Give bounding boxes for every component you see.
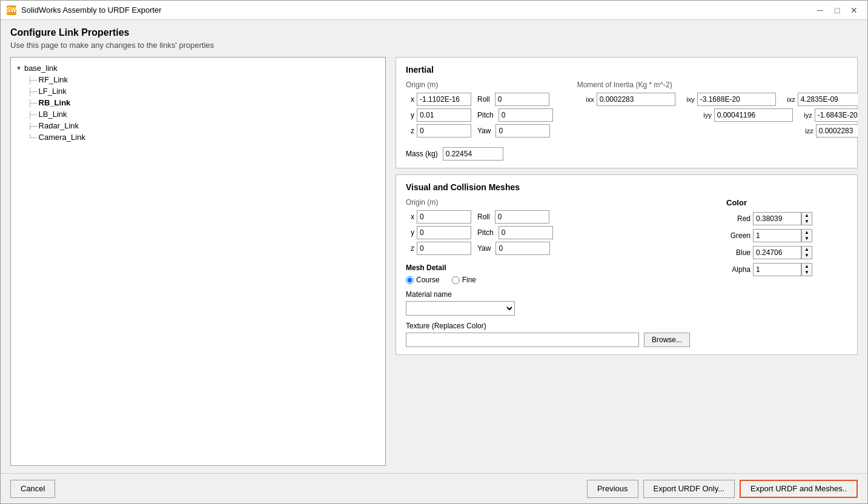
mesh-detail-section: Mesh Detail Course Fine [406, 264, 690, 284]
alpha-spinner-buttons: ▲ ▼ [801, 263, 812, 276]
vpitch-label: Pitch [477, 228, 494, 237]
green-row: Green ▲ ▼ [726, 229, 847, 242]
radio-fine-label[interactable]: Fine [462, 276, 476, 284]
roll-input[interactable] [495, 93, 549, 106]
ixx-input[interactable] [597, 93, 675, 106]
ixz-input[interactable] [798, 93, 858, 106]
connector-icon: ├─ [28, 122, 38, 130]
vz-label: z [406, 244, 414, 253]
maximize-button[interactable]: □ [830, 4, 844, 16]
visual-z-row: z Yaw [406, 242, 690, 255]
previous-button[interactable]: Previous [587, 480, 638, 498]
origin-z-input[interactable] [417, 124, 471, 138]
origin-x-input[interactable] [417, 93, 471, 106]
radio-course-input[interactable] [406, 276, 414, 284]
tree-item-lf[interactable]: ├─ LF_Link [16, 85, 380, 97]
tree-item-rb[interactable]: ├─ RB_Link [16, 97, 380, 108]
tree-item-camera[interactable]: └─ Camera_Link [16, 131, 380, 143]
visual-y-input[interactable] [417, 226, 471, 239]
ixz-label: ixz [778, 96, 795, 103]
blue-up-button[interactable]: ▲ [802, 247, 812, 253]
radio-fine[interactable]: Fine [452, 276, 476, 284]
connector-icon: ├─ [28, 111, 38, 118]
mass-input[interactable] [443, 147, 503, 161]
vy-label: y [406, 228, 414, 237]
alpha-down-button[interactable]: ▼ [802, 270, 812, 276]
visual-z-input[interactable] [417, 242, 471, 255]
ixy-input[interactable] [697, 93, 776, 106]
mesh-detail-label: Mesh Detail [406, 264, 690, 272]
visual-x-row: x Roll [406, 210, 690, 224]
alpha-input[interactable] [753, 263, 801, 276]
radio-course-label[interactable]: Course [416, 276, 440, 284]
blue-down-button[interactable]: ▼ [802, 253, 812, 259]
tree-item-label: base_link [24, 64, 58, 73]
title-bar: SW SolidWorks Assembly to URDF Exporter … [1, 1, 867, 20]
origin-y-row: y Pitch [406, 108, 553, 122]
page-title: Configure Link Properties [10, 27, 858, 38]
alpha-up-button[interactable]: ▲ [802, 264, 812, 270]
izz-input[interactable] [816, 124, 858, 138]
visual-x-input[interactable] [417, 210, 471, 224]
red-row: Red ▲ ▼ [726, 212, 847, 225]
mass-label: Mass (kg) [406, 150, 438, 158]
origin-y-input[interactable] [417, 108, 471, 122]
bottom-left: Cancel [10, 480, 55, 498]
visual-section: Visual and Collision Meshes Origin (m) x… [396, 174, 858, 355]
right-panel: Inertial Origin (m) x Roll [396, 57, 858, 466]
yaw-label: Yaw [477, 127, 491, 135]
material-select[interactable] [406, 301, 515, 316]
z-label: z [406, 127, 414, 135]
tree-item-label: RB_Link [39, 98, 71, 107]
blue-input[interactable] [753, 246, 801, 259]
iyy-row: iyy iyz [577, 108, 858, 122]
inertial-content: Origin (m) x Roll y Pitch [406, 81, 847, 140]
visual-pitch-input[interactable] [499, 226, 553, 239]
tree-item-rf[interactable]: ├─ RF_Link [16, 74, 380, 85]
green-down-button[interactable]: ▼ [802, 236, 812, 242]
green-up-button[interactable]: ▲ [802, 230, 812, 236]
close-button[interactable]: ✕ [847, 4, 861, 16]
mesh-detail-radio-row: Course Fine [406, 276, 690, 284]
tree-item-lb[interactable]: ├─ LB_Link [16, 108, 380, 120]
tree-item-base[interactable]: ▼ base_link [16, 62, 380, 74]
tree-item-radar[interactable]: ├─ Radar_Link [16, 120, 380, 131]
izz-row: izz [577, 124, 858, 138]
radio-course[interactable]: Course [406, 276, 440, 284]
red-up-button[interactable]: ▲ [802, 213, 812, 219]
texture-input[interactable] [406, 333, 639, 347]
visual-origin-group: Origin (m) x Roll y [406, 198, 690, 257]
iyz-input[interactable] [815, 108, 858, 122]
main-content: Configure Link Properties Use this page … [1, 20, 867, 473]
izz-label: izz [797, 127, 813, 134]
iyy-input[interactable] [714, 108, 793, 122]
cancel-button[interactable]: Cancel [10, 480, 55, 498]
vroll-label: Roll [477, 213, 490, 221]
visual-left: Origin (m) x Roll y [406, 198, 690, 347]
title-bar-left: SW SolidWorks Assembly to URDF Exporter [7, 5, 162, 15]
green-spinner-buttons: ▲ ▼ [801, 229, 812, 242]
tree-item-label: LF_Link [39, 87, 67, 96]
visual-roll-input[interactable] [495, 210, 549, 224]
yaw-input[interactable] [495, 124, 550, 138]
tree-item-label: LB_Link [39, 110, 67, 119]
radio-fine-input[interactable] [452, 276, 460, 284]
y-label: y [406, 111, 414, 119]
green-label: Green [726, 231, 750, 240]
alpha-spinner: ▲ ▼ [753, 263, 812, 276]
minimize-button[interactable]: ─ [813, 4, 827, 16]
color-label: Color [726, 198, 847, 207]
green-input[interactable] [753, 229, 801, 242]
red-down-button[interactable]: ▼ [802, 219, 812, 225]
browse-button[interactable]: Browse... [644, 333, 690, 347]
moment-group: Moment of Inertia (Kg * m^-2) ixx ixy ix… [577, 81, 858, 140]
export-urdf-meshes-button[interactable]: Export URDF and Meshes.. [740, 480, 858, 498]
content-area: ▼ base_link ├─ RF_Link ├─ LF_Link ├─ RB_… [10, 57, 858, 466]
visual-yaw-input[interactable] [495, 242, 550, 255]
blue-spinner: ▲ ▼ [753, 246, 812, 259]
pitch-input[interactable] [499, 108, 553, 122]
red-input[interactable] [753, 212, 801, 225]
title-controls: ─ □ ✕ [813, 4, 861, 16]
iyz-label: iyz [795, 111, 812, 119]
export-urdf-only-button[interactable]: Export URDF Only... [643, 480, 735, 498]
